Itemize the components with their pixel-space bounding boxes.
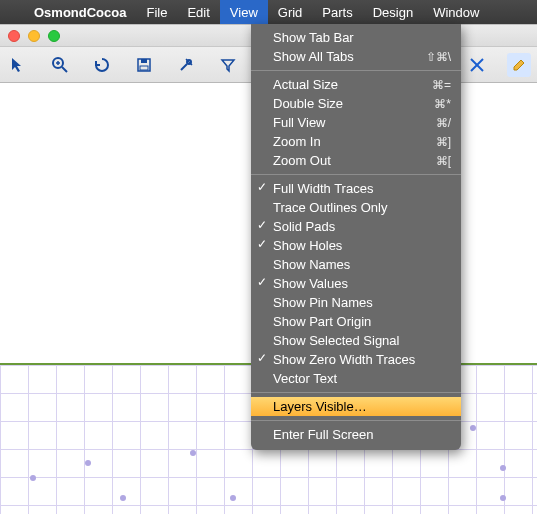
menu-shortcut: ⌘[ bbox=[436, 154, 451, 168]
menu-separator bbox=[251, 70, 461, 71]
menu-item-label: Show Tab Bar bbox=[273, 30, 354, 45]
svg-line-1 bbox=[62, 67, 67, 72]
menu-item-label: Enter Full Screen bbox=[273, 427, 373, 442]
menu-item-label: Show Holes bbox=[273, 238, 342, 253]
menubar-window[interactable]: Window bbox=[423, 0, 489, 24]
checkmark-icon: ✓ bbox=[257, 180, 267, 194]
menu-item-label: Show All Tabs bbox=[273, 49, 354, 64]
zoom-window-button[interactable] bbox=[48, 30, 60, 42]
menubar-parts[interactable]: Parts bbox=[312, 0, 362, 24]
menu-item[interactable]: Trace Outlines Only bbox=[251, 198, 461, 217]
checkmark-icon: ✓ bbox=[257, 218, 267, 232]
rotate-tool[interactable] bbox=[90, 53, 114, 77]
pin-tool[interactable] bbox=[174, 53, 198, 77]
menu-item[interactable]: Double Size⌘* bbox=[251, 94, 461, 113]
menu-item[interactable]: Zoom In⌘] bbox=[251, 132, 461, 151]
menu-item[interactable]: Show Selected Signal bbox=[251, 331, 461, 350]
menu-item-label: Show Names bbox=[273, 257, 350, 272]
menu-item[interactable]: Show Part Origin bbox=[251, 312, 461, 331]
menu-shortcut: ⌘= bbox=[432, 78, 451, 92]
edit-tool[interactable] bbox=[507, 53, 531, 77]
menu-item-label: Zoom Out bbox=[273, 153, 331, 168]
menu-item-label: Zoom In bbox=[273, 134, 321, 149]
filter-tool[interactable] bbox=[216, 53, 240, 77]
menu-item-label: Actual Size bbox=[273, 77, 338, 92]
menubar-file[interactable]: File bbox=[136, 0, 177, 24]
menu-item-label: Solid Pads bbox=[273, 219, 335, 234]
menu-item[interactable]: Show All Tabs⇧⌘\ bbox=[251, 47, 461, 66]
menu-item-label: Layers Visible… bbox=[273, 399, 367, 414]
menu-item[interactable]: Vector Text bbox=[251, 369, 461, 388]
svg-rect-5 bbox=[141, 59, 147, 63]
menu-separator bbox=[251, 392, 461, 393]
menu-item[interactable]: Full View⌘/ bbox=[251, 113, 461, 132]
menu-item[interactable]: ✓Solid Pads bbox=[251, 217, 461, 236]
menu-item-label: Trace Outlines Only bbox=[273, 200, 387, 215]
menu-item-label: Show Part Origin bbox=[273, 314, 371, 329]
menu-separator bbox=[251, 174, 461, 175]
menu-shortcut: ⌘/ bbox=[436, 116, 451, 130]
close-window-button[interactable] bbox=[8, 30, 20, 42]
pointer-tool[interactable] bbox=[6, 53, 30, 77]
menu-item[interactable]: Show Pin Names bbox=[251, 293, 461, 312]
menu-item[interactable]: Show Tab Bar bbox=[251, 28, 461, 47]
svg-rect-6 bbox=[140, 66, 148, 70]
menubar-view[interactable]: View bbox=[220, 0, 268, 24]
svg-line-7 bbox=[181, 64, 187, 70]
menu-shortcut: ⇧⌘\ bbox=[426, 50, 451, 64]
menu-item-label: Vector Text bbox=[273, 371, 337, 386]
menu-item-label: Show Selected Signal bbox=[273, 333, 399, 348]
minimize-window-button[interactable] bbox=[28, 30, 40, 42]
checkmark-icon: ✓ bbox=[257, 351, 267, 365]
menu-item[interactable]: ✓Show Holes bbox=[251, 236, 461, 255]
menubar: OsmondCocoa File Edit View Grid Parts De… bbox=[0, 0, 537, 24]
menu-shortcut: ⌘* bbox=[434, 97, 451, 111]
menubar-design[interactable]: Design bbox=[363, 0, 423, 24]
cut-tool[interactable] bbox=[465, 53, 489, 77]
menu-item-label: Double Size bbox=[273, 96, 343, 111]
save-tool[interactable] bbox=[132, 53, 156, 77]
menu-separator bbox=[251, 420, 461, 421]
menu-item[interactable]: Show Names bbox=[251, 255, 461, 274]
zoom-tool[interactable] bbox=[48, 53, 72, 77]
menubar-app[interactable]: OsmondCocoa bbox=[24, 0, 136, 24]
menu-item[interactable]: ✓Show Zero Width Traces bbox=[251, 350, 461, 369]
menu-item-label: Show Zero Width Traces bbox=[273, 352, 415, 367]
checkmark-icon: ✓ bbox=[257, 237, 267, 251]
menu-item-label: Full View bbox=[273, 115, 326, 130]
view-menu-dropdown: Show Tab BarShow All Tabs⇧⌘\Actual Size⌘… bbox=[251, 24, 461, 450]
menu-item[interactable]: Enter Full Screen bbox=[251, 425, 461, 444]
menu-item-label: Show Pin Names bbox=[273, 295, 373, 310]
menu-item[interactable]: Zoom Out⌘[ bbox=[251, 151, 461, 170]
menu-item-label: Full Width Traces bbox=[273, 181, 373, 196]
menubar-grid[interactable]: Grid bbox=[268, 0, 313, 24]
checkmark-icon: ✓ bbox=[257, 275, 267, 289]
menu-item-label: Show Values bbox=[273, 276, 348, 291]
menu-shortcut: ⌘] bbox=[436, 135, 451, 149]
menubar-edit[interactable]: Edit bbox=[177, 0, 219, 24]
menu-item[interactable]: Actual Size⌘= bbox=[251, 75, 461, 94]
menu-item[interactable]: ✓Show Values bbox=[251, 274, 461, 293]
menu-item[interactable]: ✓Full Width Traces bbox=[251, 179, 461, 198]
menu-item[interactable]: Layers Visible… bbox=[251, 397, 461, 416]
